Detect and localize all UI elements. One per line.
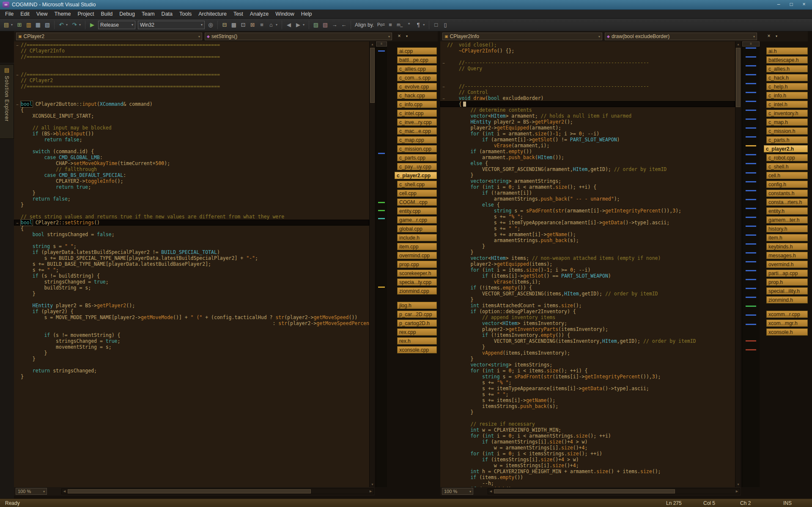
code-line[interactable]: // determine contents (440, 107, 735, 113)
code-line[interactable]: −bool CPlayer2::setStrings() (14, 220, 369, 226)
code-line[interactable]: vErase(items,i); (440, 279, 735, 285)
code-line[interactable] (14, 95, 369, 101)
code-line[interactable] (14, 237, 369, 243)
scroll-right-button[interactable]: ▶ (368, 489, 373, 494)
redo-button[interactable]: ↷ (70, 20, 79, 30)
code-line[interactable]: //======================================… (14, 54, 369, 60)
code-line[interactable]: armamentStrings.push_back(" -- - unarmed… (440, 196, 735, 202)
vertical-scrollbar-right[interactable]: ▲ ▼ (735, 41, 741, 487)
code-line[interactable]: int h = CPLAYER2INFO_HEIGHT_MIN + armame… (440, 468, 735, 474)
file-tab-c-info-h[interactable]: c_info.h (766, 92, 808, 99)
code-line[interactable]: s += " "; (14, 267, 369, 273)
splitter-grip-icon[interactable]: ≡ (376, 41, 387, 47)
scroll-down-button[interactable]: ▼ (735, 482, 741, 487)
dropdown-arrow-icon[interactable]: ▾ (276, 20, 280, 30)
file-tab-c-map-cpp[interactable]: c_map.cpp (397, 136, 437, 143)
member-dropdown-right[interactable]: ◆ draw(bool excludeBorder) ▾ (605, 33, 757, 40)
code-line[interactable]: s += "% "; (440, 380, 735, 386)
add-item-button[interactable]: ⊞ (15, 20, 24, 30)
code-line[interactable]: } (14, 291, 369, 297)
dropdown-arrow-icon[interactable]: ▾ (303, 20, 307, 30)
file-tab-cell-h[interactable]: cell.h (766, 172, 808, 179)
align-equals-button[interactable]: ≡ (386, 20, 395, 30)
code-line[interactable]: VECTOR_SORT_ASCENDING(itemsInventory,HIt… (440, 338, 735, 344)
file-tab-p-cartog2d-h[interactable]: p_cartog2D.h (397, 320, 437, 327)
code-line[interactable]: s += " "; (440, 226, 735, 231)
code-line[interactable]: − //------------------------------------… (440, 60, 735, 66)
align-comment-button[interactable]: ¶ (414, 20, 422, 30)
code-line[interactable]: ~CPlayer2Info() {}; (440, 48, 735, 54)
scrollbar-thumb[interactable] (68, 489, 311, 493)
code-line[interactable]: // Query (440, 66, 735, 72)
code-line[interactable]: CHAP->setMoveOkayTime(timeCurrent+500); (14, 160, 369, 166)
vertical-scrollbar-left[interactable]: ▲ ▼ (369, 41, 375, 487)
scrollbar-thumb[interactable] (736, 48, 741, 107)
solution-platforms-combo[interactable]: Win32▾ (138, 21, 205, 29)
code-editor-right[interactable]: // void close(); ~CPlayer2Info() {}; − /… (440, 41, 735, 487)
file-tab-c-inve-ry-cpp[interactable]: c_inve...ry.cpp (397, 118, 437, 126)
fold-collapse-icon[interactable]: − (14, 72, 21, 78)
find-in-files-button[interactable]: ◎ (206, 20, 215, 30)
type-dropdown-right[interactable]: ▣ CPlayer2Info ▾ (442, 33, 602, 40)
file-tab-battlescape-h[interactable]: battlescape.h (766, 56, 808, 63)
document-list-button-right[interactable]: ▾ (773, 33, 780, 40)
code-line[interactable]: int itemsAttachedCount = items.size(); (440, 303, 735, 309)
file-tab-item-h[interactable]: item.h (766, 234, 808, 241)
menu-edit[interactable]: Edit (17, 10, 33, 18)
file-tab-xconsole-cpp[interactable]: xconsole.cpp (397, 346, 437, 353)
code-line[interactable]: s += BUILD_SPECIAL_TYPE_NAME[playerData.… (14, 255, 369, 261)
align-quotes-button[interactable]: “ (405, 20, 413, 30)
close-document-button-right[interactable]: × (765, 33, 772, 40)
window-split-button[interactable]: ▯ (441, 20, 450, 30)
document-list-button-left[interactable]: ▾ (403, 33, 410, 40)
file-tab-c-evolve-cpp[interactable]: c_evolve.cpp (397, 83, 437, 90)
file-tab-p-car-2d-cpp[interactable]: p_car...2D.cpp (397, 311, 437, 318)
code-line[interactable] (14, 143, 369, 149)
code-line[interactable]: stringsChanged = true; (14, 338, 369, 344)
code-line[interactable]: s = MOVE_MODE_TYPE_NAME[player2->getMove… (14, 314, 369, 320)
code-line[interactable]: } (440, 249, 735, 255)
window-layout-button[interactable]: □ (432, 20, 440, 30)
code-editor-left[interactable]: −//=====================================… (14, 41, 369, 487)
code-line[interactable]: } (14, 350, 369, 356)
code-line[interactable]: w = armamentStrings[i].size()+4; (440, 445, 735, 451)
code-line[interactable]: if (player2) { (14, 309, 369, 314)
code-line[interactable]: { (440, 101, 735, 107)
menu-view[interactable]: View (33, 10, 51, 18)
scroll-up-button[interactable]: ▲ (370, 41, 375, 47)
scrollbar-thumb[interactable] (370, 48, 375, 103)
code-line[interactable]: bool stringsChanged = false; (14, 231, 369, 237)
code-line[interactable] (440, 54, 735, 60)
scroll-up-button[interactable]: ▲ (735, 41, 741, 47)
code-line[interactable]: s += itemTypeAppearance[items[i]->getDat… (440, 386, 735, 391)
start-page-button[interactable]: ⌂ (267, 20, 275, 30)
file-tab-c-allies-cpp[interactable]: c_allies.cpp (397, 65, 437, 72)
code-line[interactable]: if (armament.empty()) (440, 149, 735, 154)
file-tab-c-hack-h[interactable]: c_hack.h (766, 74, 808, 81)
code-line[interactable]: VECTOR_SORT_ASCENDING(armament,HItem,get… (440, 166, 735, 172)
code-line[interactable]: { (14, 107, 369, 113)
code-line[interactable]: //======================================… (14, 83, 369, 89)
file-tab-c-parts-h[interactable]: c_parts.h (766, 136, 808, 143)
code-line[interactable]: case CMD_GLOBAL_LMB: (14, 154, 369, 160)
code-line[interactable]: // Control (440, 89, 735, 95)
code-line[interactable]: for (int i = 0; i < armament.size(); ++i… (440, 184, 735, 190)
file-tab-xconsole-h[interactable]: xconsole.h (766, 328, 808, 336)
code-line[interactable]: vector<string> armamentStrings; (440, 178, 735, 184)
file-tab-prop-h[interactable]: prop.h (766, 278, 808, 286)
fold-collapse-icon[interactable]: − (14, 42, 21, 48)
code-line[interactable]: { (14, 226, 369, 231)
code-line[interactable]: vector<HItem> armament; // holds a null … (440, 113, 735, 119)
code-line[interactable] (14, 208, 369, 214)
file-tab-special-ility-h[interactable]: special...ility.h (766, 287, 808, 295)
code-line[interactable]: // void close(); (440, 42, 735, 48)
file-tab-ai-cpp[interactable]: ai.cpp (397, 47, 437, 55)
menu-theme[interactable]: Theme (51, 10, 74, 18)
code-line[interactable]: // fallthrough (14, 166, 369, 172)
file-tab-c-shell-cpp[interactable]: c_shell.cpp (397, 181, 437, 188)
code-line[interactable]: if (armament[i]->getSlot() != PART_SLOT_… (440, 137, 735, 143)
menu-data[interactable]: Data (158, 10, 176, 18)
code-line[interactable]: } (14, 374, 369, 380)
fold-collapse-icon[interactable]: − (440, 60, 447, 66)
file-tab-prop-cpp[interactable]: prop.cpp (397, 261, 437, 268)
